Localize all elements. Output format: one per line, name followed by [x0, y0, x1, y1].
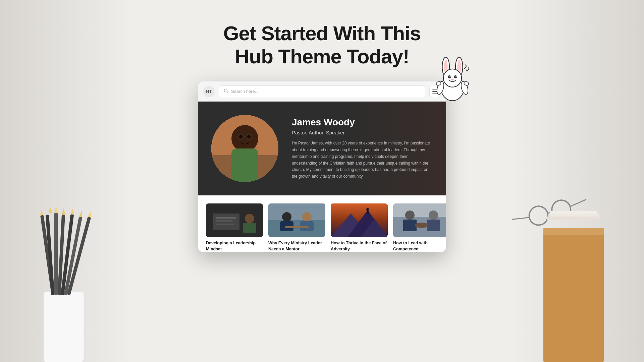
card-1-image	[206, 203, 263, 237]
card-2-img-placeholder	[268, 203, 325, 237]
search-bar[interactable]: Search here...	[219, 85, 425, 97]
svg-rect-71	[367, 211, 369, 214]
avatar-placeholder	[211, 115, 278, 182]
svg-rect-56	[216, 224, 234, 225]
hero-bio: I'm Pastor James, with over 20 years of …	[292, 140, 433, 180]
card-2-image	[268, 203, 325, 237]
card-4-title: How to Lead with Competence	[393, 240, 446, 252]
svg-point-32	[454, 75, 457, 78]
browser-logo: HT	[203, 86, 215, 97]
hero-text: James Woody Pastor, Author, Speaker I'm …	[292, 117, 433, 180]
svg-point-57	[245, 214, 254, 223]
hero-title: Pastor, Author, Speaker	[292, 130, 433, 135]
svg-line-41	[227, 92, 228, 93]
hero-avatar	[211, 115, 278, 182]
svg-point-74	[405, 210, 415, 220]
card-2[interactable]: Why Every Ministry Leader Needs a Mentor	[268, 203, 325, 252]
card-1-title: Developing a Leadership Mindset	[206, 240, 263, 252]
svg-point-33	[449, 76, 451, 77]
svg-point-35	[451, 79, 453, 80]
svg-rect-54	[216, 217, 236, 219]
svg-rect-58	[243, 223, 256, 233]
hero-name: James Woody	[292, 117, 433, 128]
svg-rect-77	[427, 220, 440, 231]
svg-rect-60	[268, 220, 325, 237]
heading-line-1: Get Started With This	[223, 22, 421, 45]
svg-point-63	[302, 212, 312, 222]
svg-point-30	[443, 69, 462, 87]
svg-point-45	[231, 125, 258, 152]
card-4-img-placeholder	[393, 203, 446, 237]
card-3-image	[331, 203, 388, 237]
svg-rect-65	[285, 226, 309, 228]
search-placeholder-text: Search here...	[231, 89, 259, 94]
svg-point-34	[455, 76, 457, 77]
svg-point-61	[282, 212, 291, 222]
card-1[interactable]: Developing a Leadership Mindset	[206, 203, 263, 252]
browser-window: HT Search here...	[198, 81, 446, 252]
card-4-image	[393, 203, 446, 237]
search-icon	[224, 88, 228, 94]
svg-point-48	[247, 135, 251, 138]
page-heading: Get Started With This Hub Theme Today!	[223, 22, 421, 68]
main-content: Get Started With This Hub Theme Today! H…	[0, 0, 644, 362]
svg-rect-55	[216, 220, 233, 222]
card-1-img-placeholder	[206, 203, 263, 237]
logo-initials: HT	[206, 89, 212, 94]
card-3-title: How to Thrive in the Face of Adversity	[331, 240, 388, 252]
card-4[interactable]: How to Lead with Competence	[393, 203, 446, 252]
svg-rect-53	[213, 214, 239, 230]
svg-point-47	[239, 135, 243, 138]
svg-point-70	[366, 208, 369, 211]
svg-point-78	[415, 223, 428, 228]
card-3[interactable]: How to Thrive in the Face of Adversity	[331, 203, 388, 252]
svg-point-76	[429, 210, 438, 220]
card-2-title: Why Every Ministry Leader Needs a Mentor	[268, 240, 325, 252]
card-3-img-placeholder	[331, 203, 388, 237]
heading-line-2: Hub Theme Today!	[235, 45, 409, 68]
svg-rect-75	[403, 220, 417, 231]
svg-rect-46	[231, 148, 258, 182]
hero-section: James Woody Pastor, Author, Speaker I'm …	[198, 102, 446, 195]
rabbit-mascot	[434, 56, 471, 103]
browser-chrome: HT Search here...	[198, 81, 446, 102]
cards-section: Developing a Leadership Mindset	[198, 195, 446, 252]
svg-point-31	[448, 75, 451, 78]
